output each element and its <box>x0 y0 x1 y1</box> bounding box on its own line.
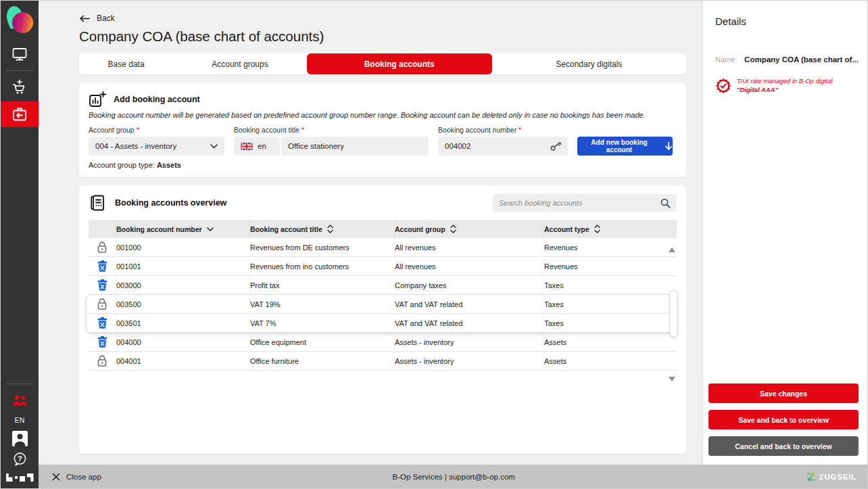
add-new-booking-account-button[interactable]: Add new booking account <box>577 137 673 156</box>
sidebar-item-users[interactable] <box>1 389 39 412</box>
add-card-description: Booking account number will be generated… <box>89 111 677 119</box>
scrollbar-thumb[interactable] <box>669 290 678 337</box>
cell-account-number: 001000 <box>116 238 249 256</box>
cell-account-type: Taxes <box>544 314 677 332</box>
language-indicator[interactable]: EN <box>14 416 24 424</box>
overview-title: Booking accounts overview <box>115 198 226 208</box>
seal-check-icon <box>715 78 731 94</box>
sidebar-item-booking-active[interactable] <box>1 101 39 127</box>
col-booking-account-title[interactable]: Booking account title <box>249 220 394 238</box>
add-card-title: Add booking account <box>114 95 200 104</box>
sidebar-item-desktop[interactable] <box>1 43 39 66</box>
back-arrow-icon <box>79 15 90 22</box>
col-booking-account-number[interactable]: Booking account number <box>116 220 249 238</box>
cell-account-number: 003501 <box>116 314 249 332</box>
footer-bar: Close app B-Op Services | support@b-op.c… <box>39 465 867 488</box>
sort-icon <box>450 225 456 233</box>
cell-account-number: 003000 <box>116 276 249 294</box>
cell-account-group: Company taxes <box>394 276 544 294</box>
save-and-back-button[interactable]: Save and back to overview <box>708 410 859 429</box>
cell-account-title: VAT 19% <box>249 295 394 313</box>
cell-account-group: All revenues <box>394 257 544 275</box>
tax-note: TAX rate managed in B-Op digital "Digita… <box>703 77 867 95</box>
app-logo <box>5 5 34 37</box>
table-row[interactable]: 001001 Revenues from ino customers All r… <box>89 257 677 276</box>
table-body: 001000 Revenues from DE customers All re… <box>89 238 677 371</box>
account-group-select[interactable]: 004 - Assets - inventory <box>89 137 224 156</box>
tab-secondary-digitals[interactable]: Secondary digitals <box>492 53 686 74</box>
tab-base-data[interactable]: Base data <box>79 53 173 74</box>
arrow-down-icon <box>665 142 673 151</box>
scroll-up-arrow[interactable] <box>669 248 675 252</box>
details-title: Details <box>703 1 867 27</box>
search-input[interactable] <box>499 199 660 207</box>
booking-account-title-input[interactable] <box>281 137 429 156</box>
delete-icon[interactable] <box>97 336 107 348</box>
footer-support-text: B-Op Services | support@b-op.com <box>101 473 806 481</box>
logo-circle-shape <box>12 12 33 33</box>
delete-icon[interactable] <box>97 260 107 272</box>
main-area: Back Company COA (base chart of accounts… <box>39 1 704 466</box>
table-row[interactable]: 004000 Office equipment Assets - invento… <box>89 333 677 352</box>
sidebar-divider <box>6 70 33 71</box>
people-icon <box>11 394 28 406</box>
cell-account-group: Assets - inventory <box>394 333 544 351</box>
back-button[interactable]: Back <box>79 1 126 23</box>
cell-account-type: Taxes <box>544 276 677 294</box>
sidebar-item-shop[interactable] <box>1 76 39 99</box>
delete-icon[interactable] <box>97 317 107 329</box>
help-icon: ? <box>12 451 28 467</box>
table-row[interactable]: 001000 Revenues from DE customers All re… <box>89 238 677 257</box>
booking-account-number-input[interactable] <box>438 137 568 156</box>
cell-account-number: 004000 <box>116 333 249 351</box>
tab-account-groups[interactable]: Account groups <box>173 53 307 74</box>
details-panel: Details Name: Company COA (base chart of… <box>702 1 867 466</box>
add-booking-account-card: Add booking account Booking account numb… <box>79 83 686 177</box>
col-account-type[interactable]: Account type <box>544 220 677 238</box>
name-label: Name: <box>715 55 737 64</box>
cell-account-type: Revenues <box>544 257 677 275</box>
table-row[interactable]: 003000 Profit tax Company taxes Taxes <box>89 276 677 295</box>
chevron-down-icon <box>210 144 218 149</box>
sidebar-divider <box>6 383 33 384</box>
booking-account-title-field: Booking account title * <box>234 126 429 156</box>
monitor-icon <box>11 47 28 62</box>
delete-icon[interactable] <box>97 279 107 291</box>
col-account-group[interactable]: Account group <box>394 220 544 238</box>
cell-account-title: VAT 7% <box>249 314 394 332</box>
help-button[interactable]: ? <box>1 449 39 468</box>
lock-icon <box>97 241 107 254</box>
tax-note-line1: TAX rate managed in B-Op digital <box>737 77 832 85</box>
cell-account-number: 001001 <box>116 257 249 275</box>
key-icon[interactable] <box>550 141 562 151</box>
table-row[interactable]: 004001 Office furniture Assets - invento… <box>89 352 677 371</box>
close-app-button[interactable]: Close app <box>52 473 101 481</box>
cell-account-number: 004001 <box>116 352 249 370</box>
scroll-down-arrow[interactable] <box>669 377 675 381</box>
search-box <box>493 194 677 212</box>
table-row[interactable]: 003500 VAT 19% VAT and VAT related Taxes <box>89 295 677 314</box>
cancel-and-back-button[interactable]: Cancel and back to overview <box>708 436 859 456</box>
svg-text:?: ? <box>18 454 22 462</box>
lock-icon <box>97 298 107 310</box>
cell-account-group: VAT and VAT related <box>394 314 544 332</box>
tab-booking-accounts[interactable]: Booking accounts <box>307 53 492 74</box>
name-value: Company COA (base chart of... <box>744 55 859 64</box>
cell-account-title: Profit tax <box>249 276 394 294</box>
box-return-icon <box>11 106 28 123</box>
cell-account-title: Revenues from DE customers <box>249 238 394 256</box>
booking-accounts-overview-card: Booking accounts overview Bo <box>79 185 686 454</box>
table-row[interactable]: 003501 VAT 7% VAT and VAT related Taxes <box>89 314 677 333</box>
ledger-icon <box>89 193 107 212</box>
cart-plus-icon <box>11 79 28 95</box>
sort-icon <box>594 225 600 233</box>
cell-account-type: Assets <box>544 333 677 351</box>
language-chip[interactable]: en <box>234 137 280 156</box>
cell-account-type: Revenues <box>544 238 677 256</box>
booking-account-number-field: Booking account number * <box>438 126 568 156</box>
avatar[interactable] <box>12 431 28 446</box>
cell-account-title: Office equipment <box>249 333 394 351</box>
save-changes-button[interactable]: Save changes <box>708 383 859 403</box>
search-icon[interactable] <box>660 197 671 208</box>
table-header: Booking account number Booking account t… <box>89 220 677 238</box>
